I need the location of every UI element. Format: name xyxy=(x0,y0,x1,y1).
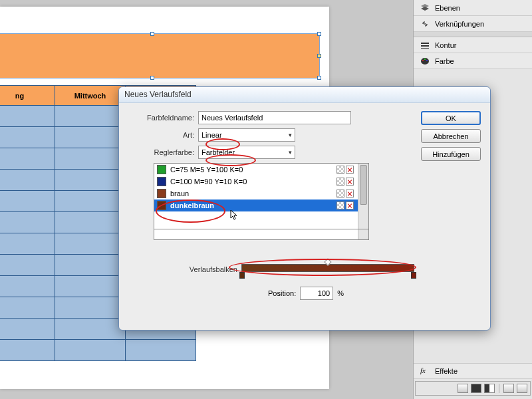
panel-links[interactable]: Verknüpfungen xyxy=(414,16,532,32)
svg-point-8 xyxy=(426,60,428,61)
panel-label: Verknüpfungen xyxy=(435,20,484,28)
swatch-name-input[interactable] xyxy=(198,111,351,124)
stop-color-value: Farbfelder xyxy=(201,148,235,156)
svg-rect-3 xyxy=(421,45,429,47)
table-header: Mittwoch xyxy=(55,86,126,106)
scrollbar-thumb[interactable] xyxy=(360,165,367,205)
table-header: ng xyxy=(0,86,55,106)
svg-point-7 xyxy=(424,59,426,60)
panel-color[interactable]: Farbe xyxy=(414,53,532,69)
palette-icon xyxy=(420,57,430,66)
swatch-mode-icon xyxy=(346,166,354,174)
swatch-name-label: Farbfeldname: xyxy=(131,114,194,122)
cancel-button[interactable]: Abbrechen xyxy=(421,129,481,143)
gradient-ramp-label: Verlaufsbalken xyxy=(131,265,237,273)
new-gradient-swatch-dialog: Neues Verlaufsfeld Farbfeldname: Art: Li… xyxy=(118,86,491,331)
svg-rect-2 xyxy=(421,43,429,44)
layers-icon xyxy=(420,3,430,13)
scrollbar[interactable] xyxy=(358,164,368,229)
swatch-mode-icon xyxy=(346,190,354,198)
swatches-footer xyxy=(415,381,531,396)
show-color-swatches-icon[interactable] xyxy=(471,384,481,393)
swatch-row[interactable]: C=75 M=5 Y=100 K=0 xyxy=(154,164,368,176)
swatch-type-icon xyxy=(336,190,344,198)
swatch-preview-row xyxy=(154,229,369,240)
swatch-mode-icon xyxy=(346,201,354,209)
swatch-color-icon xyxy=(157,165,166,174)
swatch-name: C=100 M=90 Y=10 K=0 xyxy=(170,178,332,186)
resize-handle[interactable] xyxy=(150,32,154,36)
delete-swatch-icon[interactable] xyxy=(517,384,527,393)
cancel-label: Abbrechen xyxy=(433,132,468,140)
resize-handle[interactable] xyxy=(150,76,154,80)
swatch-name: braun xyxy=(170,190,332,198)
add-label: Hinzufügen xyxy=(432,150,469,158)
resize-handle[interactable] xyxy=(317,32,321,36)
gradient-midpoint[interactable] xyxy=(324,258,331,265)
ok-button[interactable]: OK xyxy=(421,111,481,125)
stroke-icon xyxy=(420,41,430,50)
panel-effects[interactable]: fx Effekte xyxy=(414,363,532,379)
selected-frame[interactable] xyxy=(0,33,320,78)
panel-label: Kontur xyxy=(435,41,456,49)
position-label: Position: xyxy=(268,289,296,297)
stop-color-label: Reglerfarbe: xyxy=(131,148,194,156)
swatch-row[interactable]: braun xyxy=(154,188,368,200)
swatch-list[interactable]: C=75 M=5 Y=100 K=0 C=100 M=90 Y=10 K=0 b… xyxy=(154,163,369,229)
swatch-color-icon xyxy=(157,177,166,186)
gradient-stop-left[interactable] xyxy=(239,272,245,279)
link-icon xyxy=(420,19,430,29)
show-gradient-swatches-icon[interactable] xyxy=(484,384,495,393)
swatch-name: C=75 M=5 Y=100 K=0 xyxy=(170,166,332,174)
swatch-name: dunkelbraun xyxy=(170,201,332,209)
panel-layers[interactable]: Ebenen xyxy=(414,0,532,16)
svg-point-6 xyxy=(422,60,424,61)
effects-icon: fx xyxy=(420,366,430,376)
swatch-row[interactable]: dunkelbraun xyxy=(154,200,368,211)
stop-color-select[interactable]: Farbfelder xyxy=(198,146,295,159)
dialog-title: Neues Verlaufsfeld xyxy=(119,87,490,103)
panel-label: Ebenen xyxy=(435,4,460,12)
swatch-color-icon xyxy=(157,189,166,198)
svg-rect-4 xyxy=(421,48,429,49)
type-label: Art: xyxy=(131,131,194,139)
swatch-type-icon xyxy=(336,166,344,174)
type-value: Linear xyxy=(201,131,222,139)
ok-label: OK xyxy=(446,114,456,122)
resize-handle[interactable] xyxy=(317,76,321,80)
swatch-type-icon xyxy=(336,201,344,209)
type-select[interactable]: Linear xyxy=(198,128,295,142)
panel-stroke[interactable]: Kontur xyxy=(414,37,532,53)
new-swatch-icon[interactable] xyxy=(503,384,514,393)
show-all-swatches-icon[interactable] xyxy=(458,384,468,393)
resize-handle[interactable] xyxy=(317,54,321,58)
gradient-stop-right[interactable] xyxy=(411,272,416,279)
swatch-type-icon xyxy=(336,178,344,186)
panel-separator xyxy=(414,32,532,37)
svg-marker-1 xyxy=(421,7,429,11)
panel-label: Farbe xyxy=(435,57,454,65)
panel-label: Effekte xyxy=(435,367,458,375)
add-button[interactable]: Hinzufügen xyxy=(421,147,481,161)
swatch-row[interactable]: C=100 M=90 Y=10 K=0 xyxy=(154,176,368,188)
swatch-mode-icon xyxy=(346,178,354,186)
separator xyxy=(499,384,499,393)
position-unit: % xyxy=(337,289,344,297)
position-input[interactable] xyxy=(300,287,333,300)
gradient-ramp[interactable] xyxy=(241,264,414,272)
swatch-color-icon xyxy=(157,201,166,210)
